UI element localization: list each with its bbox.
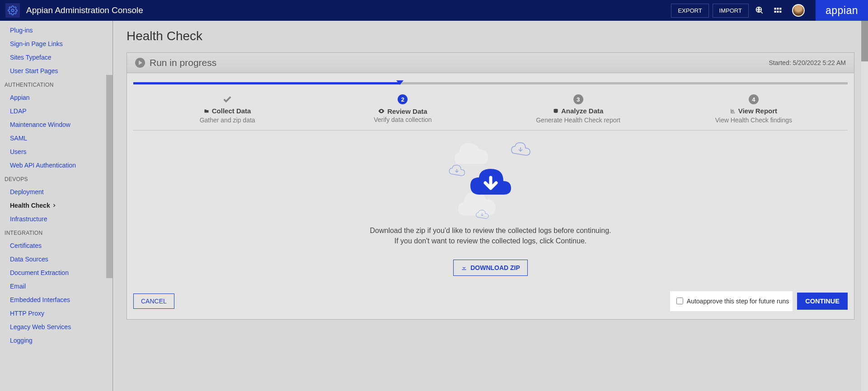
sidebar-item[interactable]: Legacy Web Services	[0, 320, 113, 334]
check-icon	[221, 94, 233, 104]
eye-icon	[378, 109, 385, 113]
container: Plug-insSign-in Page LinksSites Typeface…	[0, 21, 868, 391]
main-content: Health Check Run in progress Started: 5/…	[113, 21, 868, 391]
step: 4 View ReportView Health Check findings	[666, 94, 841, 124]
database-icon	[553, 108, 558, 114]
import-button[interactable]: IMPORT	[713, 4, 749, 18]
play-icon	[135, 58, 145, 68]
step: Collect DataGather and zip data	[140, 94, 315, 124]
sidebar: Plug-insSign-in Page LinksSites Typeface…	[0, 21, 113, 391]
download-icon	[461, 265, 467, 271]
sidebar-item[interactable]: Email	[0, 279, 113, 293]
sidebar-item[interactable]: Health Check	[0, 199, 113, 212]
sidebar-item[interactable]: Deployment	[0, 185, 113, 199]
chevron-right-icon	[52, 203, 56, 208]
avatar[interactable]	[792, 4, 805, 17]
svg-rect-4	[779, 8, 781, 9]
svg-rect-7	[779, 11, 781, 13]
download-zip-label: DOWNLOAD ZIP	[470, 264, 520, 271]
step: 3 Analyze DataGenerate Health Check repo…	[491, 94, 666, 124]
header-title: Appian Administration Console	[26, 5, 143, 15]
sidebar-item[interactable]: Appian	[0, 91, 113, 104]
steps-row: Collect DataGather and zip data2 Review …	[133, 84, 848, 130]
sidebar-item[interactable]: Document Extraction	[0, 266, 113, 279]
export-button[interactable]: EXPORT	[671, 4, 708, 18]
step-title: Collect Data	[204, 107, 251, 115]
body-text: Download the zip if you'd like to review…	[127, 225, 854, 246]
card-footer: CANCEL Autoapprove this step for future …	[127, 285, 854, 319]
step-title: View Report	[730, 107, 777, 115]
sidebar-item[interactable]: Embedded Interfaces	[0, 293, 113, 307]
step-sub: Verify data collection	[315, 116, 490, 123]
step-sub: View Health Check findings	[666, 116, 841, 124]
svg-point-0	[11, 9, 14, 12]
sidebar-item[interactable]: Logging	[0, 334, 113, 347]
status-card: Run in progress Started: 5/20/2022 5:22 …	[127, 52, 854, 320]
svg-rect-5	[774, 11, 776, 13]
page-title: Health Check	[127, 29, 854, 43]
sidebar-item[interactable]: Users	[0, 145, 113, 158]
step-number: 4	[749, 94, 759, 104]
ghost-cloud-icon	[510, 142, 531, 158]
autoapprove-label: Autoapprove this step for future runs	[687, 298, 789, 305]
brand-text: appian	[826, 5, 858, 17]
card-header: Run in progress Started: 5/20/2022 5:22 …	[127, 53, 854, 73]
body-line2: If you don't want to review the collecte…	[145, 236, 836, 246]
sidebar-item[interactable]: Maintenance Window	[0, 118, 113, 131]
sidebar-item[interactable]: User Start Pages	[0, 64, 113, 78]
step-title: Analyze Data	[553, 107, 603, 115]
sidebar-item[interactable]: Plug-ins	[0, 23, 113, 37]
sidebar-item[interactable]: SAML	[0, 131, 113, 145]
sidebar-section-heading: AUTHENTICATION	[0, 78, 113, 91]
body-line1: Download the zip if you'd like to review…	[145, 225, 836, 236]
svg-rect-2	[774, 8, 776, 9]
continue-button[interactable]: CONTINUE	[797, 293, 848, 310]
main-scrollbar-thumb[interactable]	[861, 21, 868, 61]
step-number: 2	[398, 94, 408, 104]
step-sub: Gather and zip data	[140, 116, 315, 124]
card-header-title: Run in progress	[150, 57, 216, 68]
ghost-cloud2-icon	[448, 164, 466, 178]
illustration	[127, 130, 854, 225]
app-header: Appian Administration Console EXPORT IMP…	[0, 0, 868, 21]
autoapprove-checkbox[interactable]	[676, 298, 683, 304]
sidebar-item[interactable]: LDAP	[0, 104, 113, 118]
svg-rect-3	[777, 8, 779, 9]
step-number: 3	[573, 94, 583, 104]
globe-search-icon[interactable]	[755, 6, 764, 15]
sidebar-item[interactable]: Infrastructure	[0, 212, 113, 226]
sidebar-item[interactable]: Web API Authentication	[0, 158, 113, 172]
progress-fill	[133, 82, 400, 84]
sidebar-item[interactable]: HTTP Proxy	[0, 307, 113, 320]
main-scrollbar-track[interactable]	[861, 21, 868, 391]
sidebar-item[interactable]: Certificates	[0, 239, 113, 252]
sidebar-item[interactable]: Data Sources	[0, 252, 113, 266]
chart-icon	[730, 108, 736, 114]
step-title: Review Data	[378, 107, 427, 115]
cloud-download-icon	[468, 167, 513, 200]
header-right: EXPORT IMPORT appian	[671, 0, 868, 21]
progress-marker-icon	[396, 80, 404, 85]
progress-track	[133, 82, 848, 84]
started-label: Started: 5/20/2022 5:22 AM	[769, 59, 846, 66]
folder-icon	[204, 108, 209, 114]
autoapprove-wrap[interactable]: Autoapprove this step for future runs	[670, 291, 793, 311]
download-zip-button[interactable]: DOWNLOAD ZIP	[453, 260, 528, 276]
brand-block: appian	[816, 0, 868, 21]
sidebar-scrollbar[interactable]	[106, 75, 113, 278]
gear-icon[interactable]	[5, 3, 20, 18]
sidebar-item[interactable]: Sites Typeface	[0, 51, 113, 64]
apps-grid-icon[interactable]	[773, 6, 782, 15]
step-sub: Generate Health Check report	[491, 116, 666, 124]
step: 2 Review DataVerify data collection	[315, 94, 490, 124]
header-left: Appian Administration Console	[5, 3, 671, 18]
cancel-button[interactable]: CANCEL	[133, 293, 174, 309]
svg-rect-6	[777, 11, 779, 13]
sidebar-section-heading: INTEGRATION	[0, 226, 113, 239]
ghost-cloud3-icon	[475, 209, 489, 221]
sidebar-section-heading: DEVOPS	[0, 172, 113, 185]
sidebar-item[interactable]: Sign-in Page Links	[0, 37, 113, 51]
